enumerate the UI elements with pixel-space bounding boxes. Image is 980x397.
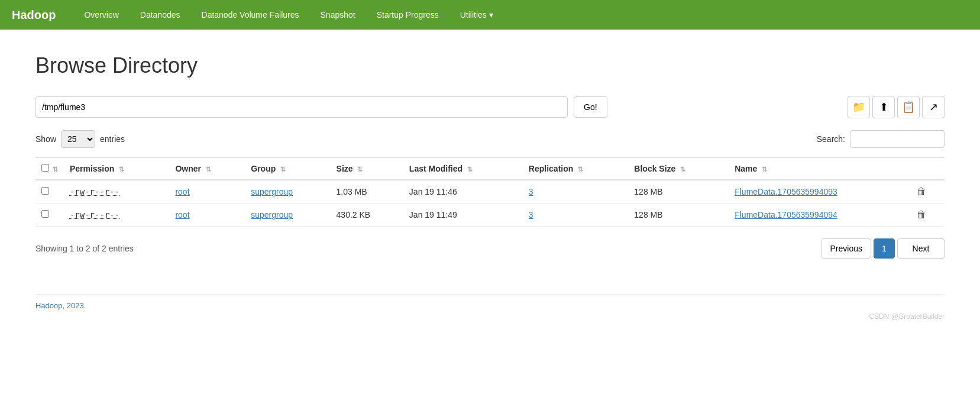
th-group[interactable]: Group ⇅	[245, 158, 330, 180]
sort-replication-icon: ⇅	[578, 166, 583, 173]
previous-button[interactable]: Previous	[821, 238, 871, 259]
cell-replication-0: 3	[523, 180, 629, 204]
th-name[interactable]: Name ⇅	[729, 158, 911, 180]
footer: Hadoop, 2023. CSDN @GreaterBuilder	[35, 294, 945, 321]
nav-utilities[interactable]: Utilities ▾	[449, 0, 504, 30]
cell-replication-1: 3	[523, 204, 629, 227]
page-1-button[interactable]: 1	[874, 238, 895, 259]
pagination: Previous 1 Next	[821, 238, 945, 259]
sort-owner-icon: ⇅	[206, 166, 211, 173]
replication-link-0[interactable]: 3	[529, 187, 533, 196]
table-header-row: ⇅ Permission ⇅ Owner ⇅ Group ⇅ Size ⇅	[35, 158, 945, 180]
th-actions	[911, 158, 945, 180]
page-title: Browse Directory	[35, 53, 945, 78]
action-icons: 📁 ⬆ 📋 ↗	[848, 96, 945, 118]
group-link-1[interactable]: supergroup	[251, 210, 293, 220]
entries-select[interactable]: 10 25 50 100	[61, 130, 95, 148]
sort-size-icon: ⇅	[357, 166, 363, 173]
cell-checkbox-1	[35, 204, 64, 227]
files-table: ⇅ Permission ⇅ Owner ⇅ Group ⇅ Size ⇅	[35, 157, 945, 227]
nav-overview[interactable]: Overview	[73, 0, 129, 30]
sort-name-icon: ⇅	[762, 166, 767, 173]
showing-text: Showing 1 to 2 of 2 entries	[35, 244, 134, 253]
row-checkbox-1[interactable]	[41, 210, 49, 218]
sort-blocksize-icon: ⇅	[680, 166, 685, 173]
entries-suffix: entries	[100, 134, 125, 144]
main-content: Browse Directory Go! 📁 ⬆ 📋 ↗ Show 10 25 …	[0, 30, 980, 344]
cell-checkbox-0	[35, 180, 64, 204]
footer-text: Hadoop, 2023.	[35, 301, 86, 310]
upload-icon-btn[interactable]: ⬆	[872, 96, 895, 118]
th-last-modified[interactable]: Last Modified ⇅	[403, 158, 523, 180]
file-name-link-0[interactable]: FlumeData.1705635994093	[735, 187, 837, 196]
th-owner[interactable]: Owner ⇅	[169, 158, 245, 180]
cell-size-1: 430.2 KB	[331, 204, 403, 227]
cell-permission-0: -rw-r--r--	[64, 180, 170, 204]
upload-icon: ⬆	[879, 101, 888, 114]
chevron-down-icon: ▾	[489, 10, 493, 20]
show-search-bar: Show 10 25 50 100 entries Search:	[35, 130, 945, 148]
cell-group-1: supergroup	[245, 204, 330, 227]
cell-blocksize-0: 128 MB	[628, 180, 729, 204]
owner-link-0[interactable]: root	[175, 187, 189, 196]
cell-lastmod-1: Jan 19 11:49	[403, 204, 523, 227]
brand-logo[interactable]: Hadoop	[12, 8, 56, 22]
delete-icon-0[interactable]: 🗑	[917, 186, 926, 196]
sort-permission-icon: ⇅	[119, 166, 124, 173]
file-name-link-1[interactable]: FlumeData.1705635994094	[735, 210, 837, 220]
cell-name-0: FlumeData.1705635994093	[729, 180, 911, 204]
th-size[interactable]: Size ⇅	[331, 158, 403, 180]
delete-icon-1[interactable]: 🗑	[917, 209, 926, 220]
nav-utilities-label: Utilities	[460, 10, 487, 20]
go-button[interactable]: Go!	[574, 96, 607, 118]
search-bar: Search:	[817, 130, 945, 148]
table-row: -rw-r--r-- root supergroup 430.2 KB Jan …	[35, 204, 945, 227]
nav-datanodes[interactable]: Datanodes	[130, 0, 191, 30]
cell-lastmod-0: Jan 19 11:46	[403, 180, 523, 204]
list-icon-btn[interactable]: 📋	[897, 96, 920, 118]
permission-value-0: -rw-r--r--	[70, 187, 119, 196]
move-icon: ↗	[929, 101, 938, 114]
group-link-0[interactable]: supergroup	[251, 187, 293, 196]
permission-value-1: -rw-r--r--	[70, 210, 119, 220]
search-input[interactable]	[850, 130, 945, 148]
owner-link-1[interactable]: root	[175, 210, 189, 220]
watermark: CSDN @GreaterBuilder	[35, 312, 945, 321]
path-bar: Go! 📁 ⬆ 📋 ↗	[35, 96, 945, 118]
cell-delete-1: 🗑	[911, 204, 945, 227]
th-select-all: ⇅	[35, 158, 64, 180]
cell-permission-1: -rw-r--r--	[64, 204, 170, 227]
sort-icon: ⇅	[53, 166, 58, 173]
table-row: -rw-r--r-- root supergroup 1.03 MB Jan 1…	[35, 180, 945, 204]
replication-link-1[interactable]: 3	[529, 210, 533, 220]
cell-owner-0: root	[169, 180, 245, 204]
path-input[interactable]	[35, 96, 568, 118]
nav-items: Overview Datanodes Datanode Volume Failu…	[73, 0, 503, 30]
list-icon: 📋	[902, 101, 915, 114]
row-checkbox-0[interactable]	[41, 187, 49, 195]
nav-startup-progress[interactable]: Startup Progress	[366, 0, 449, 30]
folder-icon-btn[interactable]: 📁	[848, 96, 870, 118]
next-button[interactable]: Next	[897, 238, 945, 259]
select-all-checkbox[interactable]	[41, 164, 49, 172]
cell-owner-1: root	[169, 204, 245, 227]
th-replication[interactable]: Replication ⇅	[523, 158, 629, 180]
show-label: Show	[35, 134, 56, 144]
th-permission[interactable]: Permission ⇅	[64, 158, 170, 180]
sort-lastmod-icon: ⇅	[467, 166, 473, 173]
th-block-size[interactable]: Block Size ⇅	[628, 158, 729, 180]
bottom-bar: Showing 1 to 2 of 2 entries Previous 1 N…	[35, 238, 945, 259]
navbar: Hadoop Overview Datanodes Datanode Volum…	[0, 0, 980, 30]
cell-blocksize-1: 128 MB	[628, 204, 729, 227]
sort-group-icon: ⇅	[280, 166, 286, 173]
move-icon-btn[interactable]: ↗	[922, 96, 945, 118]
cell-name-1: FlumeData.1705635994094	[729, 204, 911, 227]
cell-size-0: 1.03 MB	[331, 180, 403, 204]
cell-group-0: supergroup	[245, 180, 330, 204]
search-label: Search:	[817, 134, 845, 144]
folder-icon: 📁	[852, 101, 865, 114]
cell-delete-0: 🗑	[911, 180, 945, 204]
nav-datanode-volume-failures[interactable]: Datanode Volume Failures	[191, 0, 310, 30]
nav-snapshot[interactable]: Snapshot	[310, 0, 366, 30]
